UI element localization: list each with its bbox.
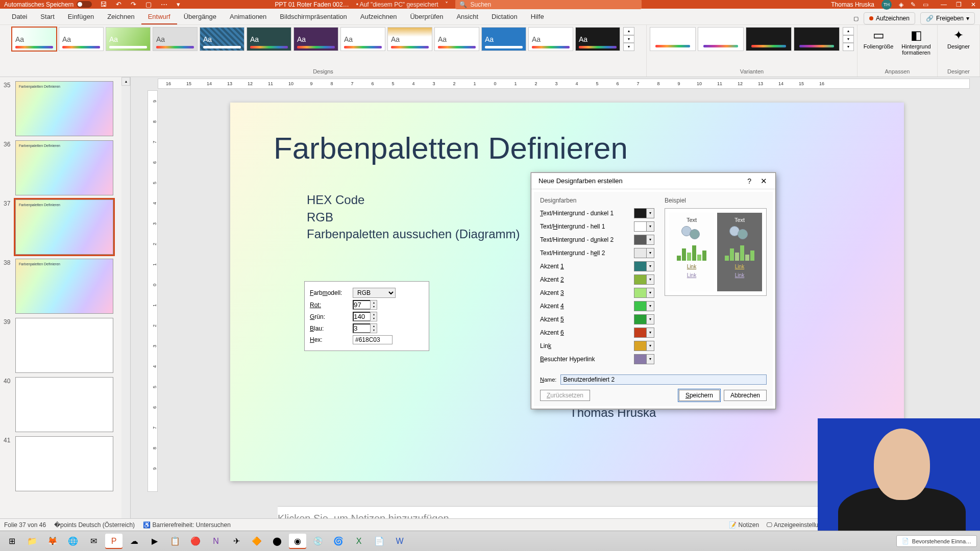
- onenote-icon[interactable]: N: [207, 534, 225, 549]
- scroll-up-icon[interactable]: ▴: [121, 77, 130, 86]
- tab-hilfe[interactable]: Hilfe: [524, 9, 551, 24]
- powerpoint-icon[interactable]: P: [105, 534, 122, 549]
- outlook-icon[interactable]: ✉: [85, 534, 102, 549]
- color-dropdown[interactable]: ▾: [634, 221, 654, 232]
- app-icon[interactable]: ◉: [289, 534, 306, 549]
- rot-input[interactable]: [353, 300, 370, 310]
- slide-thumbnail[interactable]: Farbenpaletten Definieren38: [15, 259, 113, 314]
- chevron-down-icon[interactable]: ˅: [445, 1, 448, 8]
- excel-icon[interactable]: X: [350, 534, 368, 549]
- color-dropdown[interactable]: ▾: [634, 328, 654, 338]
- spinner[interactable]: ▴▾: [370, 323, 377, 333]
- design-theme[interactable]: Aa: [575, 27, 620, 51]
- vlc-icon[interactable]: ▶: [146, 534, 163, 549]
- slide-title[interactable]: Farbenpaletten Definieren: [274, 131, 904, 166]
- edge-icon[interactable]: 🌀: [330, 534, 347, 549]
- gallery-scroll[interactable]: ▴▾▾: [843, 27, 854, 51]
- tab-datei[interactable]: Datei: [5, 9, 34, 24]
- explorer-icon[interactable]: 📁: [23, 534, 41, 549]
- spinner[interactable]: ▴▾: [370, 300, 377, 310]
- notizen-button[interactable]: 📝 Notizen: [729, 521, 759, 529]
- windows-taskbar[interactable]: ⊞ 📁 🦊 🌐 ✉ P ☁ ▶ 📋 🔴 N ✈ 🔶 ⬤ ◉ 💿 🌀 X 📄 W …: [0, 531, 980, 551]
- color-dropdown[interactable]: ▾: [634, 301, 654, 311]
- color-dropdown[interactable]: ▾: [634, 341, 654, 351]
- maximize-icon[interactable]: ❐: [956, 1, 962, 8]
- model-select[interactable]: RGB: [353, 288, 396, 298]
- design-theme[interactable]: Aa: [340, 27, 385, 51]
- app-icon[interactable]: 💿: [309, 534, 327, 549]
- minimize-icon[interactable]: —: [941, 1, 947, 8]
- tab-aufzeichnen[interactable]: Aufzeichnen: [354, 9, 404, 24]
- name-input[interactable]: [560, 374, 767, 385]
- variants-gallery[interactable]: ▴▾▾: [650, 27, 854, 51]
- app-icon[interactable]: 🔴: [187, 534, 204, 549]
- slide-thumbnail[interactable]: Farbenpaletten Definieren37: [15, 199, 113, 255]
- more-icon[interactable]: ⋯: [161, 1, 167, 8]
- color-dropdown[interactable]: ▾: [634, 235, 654, 245]
- record-button[interactable]: Aufzeichnen: [864, 12, 915, 24]
- design-theme[interactable]: Aa: [59, 27, 104, 51]
- close-icon[interactable]: ✕: [971, 1, 976, 8]
- design-theme[interactable]: Aa: [528, 27, 573, 51]
- color-dropdown[interactable]: ▾: [634, 261, 654, 271]
- tab-zeichnen[interactable]: Zeichnen: [101, 9, 141, 24]
- tab-ansicht[interactable]: Ansicht: [450, 9, 485, 24]
- app-icon[interactable]: 📄: [371, 534, 388, 549]
- variant[interactable]: [794, 27, 840, 51]
- app-icon[interactable]: 🔶: [248, 534, 265, 549]
- avatar[interactable]: TH: [881, 0, 892, 10]
- reset-button[interactable]: Zurücksetzen: [540, 390, 590, 401]
- design-theme[interactable]: Aa: [12, 27, 57, 51]
- accessibility-indicator[interactable]: ♿ Barrierefreiheit: Untersuchen: [143, 521, 231, 529]
- spinner[interactable]: ▴▾: [370, 312, 377, 321]
- blau-input[interactable]: [353, 323, 370, 333]
- brush-icon[interactable]: ✎: [911, 1, 916, 8]
- gruen-input[interactable]: [353, 312, 370, 321]
- designer-button[interactable]: ✦Designer: [941, 27, 976, 49]
- gallery-scroll[interactable]: ▴▾▾: [623, 27, 634, 51]
- qat-dropdown-icon[interactable]: ▾: [177, 1, 180, 8]
- undo-icon[interactable]: ↶: [116, 1, 121, 8]
- close-icon[interactable]: ✕: [757, 177, 770, 186]
- lang-indicator[interactable]: �points Deutsch (Österreich): [54, 521, 135, 529]
- share-button[interactable]: 🔗Freigeben ▾: [920, 12, 975, 24]
- collapse-ribbon-icon[interactable]: ▢: [853, 15, 859, 22]
- tab-übergänge[interactable]: Übergänge: [177, 9, 223, 24]
- search-input-wrap[interactable]: 🔍 Suchen: [455, 0, 642, 9]
- window-icon[interactable]: ▭: [923, 1, 928, 8]
- diamond-icon[interactable]: ◈: [899, 1, 903, 8]
- start-icon[interactable]: ⊞: [3, 534, 20, 549]
- tab-dictation[interactable]: Dictation: [485, 9, 524, 24]
- tray-doc[interactable]: 📄Bevorstehende Einna…: [896, 535, 977, 547]
- color-dropdown[interactable]: ▾: [634, 354, 654, 364]
- user-name[interactable]: Thomas Hruska: [831, 1, 874, 8]
- color-dropdown[interactable]: ▾: [634, 274, 654, 285]
- save-icon[interactable]: 🖫: [100, 1, 107, 8]
- chrome-icon[interactable]: 🌐: [64, 534, 82, 549]
- app-icon[interactable]: 📋: [166, 534, 184, 549]
- design-theme[interactable]: Aa: [387, 27, 432, 51]
- slide-thumbnail[interactable]: 39: [15, 318, 113, 373]
- tab-einfügen[interactable]: Einfügen: [61, 9, 101, 24]
- variant[interactable]: [698, 27, 744, 51]
- tab-entwurf[interactable]: Entwurf: [141, 9, 177, 24]
- hex-input[interactable]: [353, 335, 393, 344]
- autosave-toggle[interactable]: Automatisches Speichern: [4, 1, 92, 8]
- slide-size-button[interactable]: ▭Foliengröße: [861, 27, 896, 56]
- color-dropdown[interactable]: ▾: [634, 288, 654, 298]
- doc-name[interactable]: PPT 01 Roter Faden 002…: [275, 1, 349, 8]
- scrollbar[interactable]: ▴ ▾: [121, 77, 130, 533]
- variant[interactable]: [746, 27, 792, 51]
- variant[interactable]: [650, 27, 696, 51]
- design-theme[interactable]: Aa: [200, 27, 244, 51]
- present-icon[interactable]: ▢: [145, 1, 152, 8]
- design-theme[interactable]: Aa: [434, 27, 479, 51]
- format-background-button[interactable]: ◧Hintergrund formatieren: [898, 27, 934, 56]
- design-theme[interactable]: Aa: [247, 27, 291, 51]
- redo-icon[interactable]: ↷: [131, 1, 136, 8]
- design-theme[interactable]: Aa: [153, 27, 198, 51]
- cancel-button[interactable]: Abbrechen: [724, 390, 767, 401]
- dialog-titlebar[interactable]: Neue Designfarben erstellen ? ✕: [531, 173, 775, 189]
- slide-thumbnail[interactable]: 40: [15, 377, 113, 432]
- telegram-icon[interactable]: ✈: [228, 534, 245, 549]
